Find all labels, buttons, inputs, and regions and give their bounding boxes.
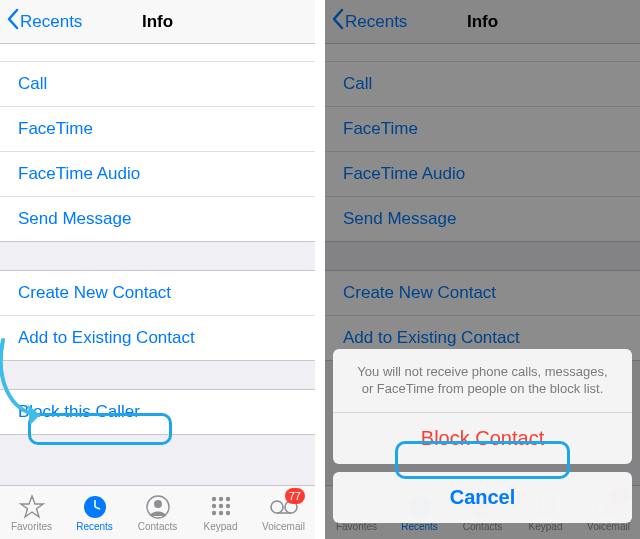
tab-favorites[interactable]: Favorites	[0, 486, 63, 539]
back-button[interactable]: Recents	[6, 8, 82, 35]
tabbar: Favorites Recents Contacts Keypad	[0, 485, 315, 539]
person-icon	[145, 494, 171, 520]
facetime-row[interactable]: FaceTime	[0, 107, 315, 152]
svg-point-9	[211, 503, 215, 507]
call-row[interactable]: Call	[0, 62, 315, 107]
screens-gap	[315, 0, 325, 539]
svg-point-5	[154, 500, 162, 508]
actions-group-3: Block this Caller	[0, 389, 315, 435]
block-contact-button[interactable]: Block Contact	[333, 413, 632, 464]
facetime-audio-row[interactable]: FaceTime Audio	[0, 152, 315, 197]
tab-label: Voicemail	[262, 521, 305, 532]
svg-point-15	[271, 501, 283, 513]
svg-point-7	[218, 496, 222, 500]
action-sheet: You will not receive phone calls, messag…	[333, 349, 632, 531]
content: Call FaceTime FaceTime Audio Send Messag…	[0, 44, 315, 485]
sheet-message: You will not receive phone calls, messag…	[333, 349, 632, 413]
chevron-left-icon	[6, 8, 20, 35]
tab-contacts[interactable]: Contacts	[126, 486, 189, 539]
sheet-main-group: You will not receive phone calls, messag…	[333, 349, 632, 464]
svg-point-14	[225, 510, 229, 514]
add-existing-contact-row[interactable]: Add to Existing Contact	[0, 316, 315, 360]
svg-point-12	[211, 510, 215, 514]
svg-marker-0	[21, 496, 43, 517]
tab-keypad[interactable]: Keypad	[189, 486, 252, 539]
sheet-cancel-group: Cancel	[333, 472, 632, 523]
navbar: Recents Info	[0, 0, 315, 44]
svg-point-8	[225, 496, 229, 500]
tab-label: Contacts	[138, 521, 177, 532]
actions-group-1: Call FaceTime FaceTime Audio Send Messag…	[0, 44, 315, 242]
right-screen: Recents Info Call FaceTime FaceTime Audi…	[325, 0, 640, 539]
clock-icon	[82, 494, 108, 520]
tab-voicemail[interactable]: 77 Voicemail	[252, 486, 315, 539]
left-screen: Recents Info Call FaceTime FaceTime Audi…	[0, 0, 315, 539]
tab-label: Favorites	[11, 521, 52, 532]
actions-group-2: Create New Contact Add to Existing Conta…	[0, 270, 315, 361]
tab-recents[interactable]: Recents	[63, 486, 126, 539]
svg-point-11	[225, 503, 229, 507]
svg-point-10	[218, 503, 222, 507]
voicemail-badge: 77	[285, 488, 305, 504]
back-label: Recents	[20, 12, 82, 32]
svg-point-6	[211, 496, 215, 500]
svg-point-13	[218, 510, 222, 514]
star-icon	[19, 494, 45, 520]
tab-label: Recents	[76, 521, 113, 532]
send-message-row[interactable]: Send Message	[0, 197, 315, 241]
create-contact-row[interactable]: Create New Contact	[0, 271, 315, 316]
page-title: Info	[142, 12, 173, 32]
cancel-button[interactable]: Cancel	[333, 472, 632, 523]
truncated-row	[0, 44, 315, 62]
tab-label: Keypad	[204, 521, 238, 532]
block-caller-row[interactable]: Block this Caller	[0, 390, 315, 434]
keypad-icon	[208, 494, 234, 520]
